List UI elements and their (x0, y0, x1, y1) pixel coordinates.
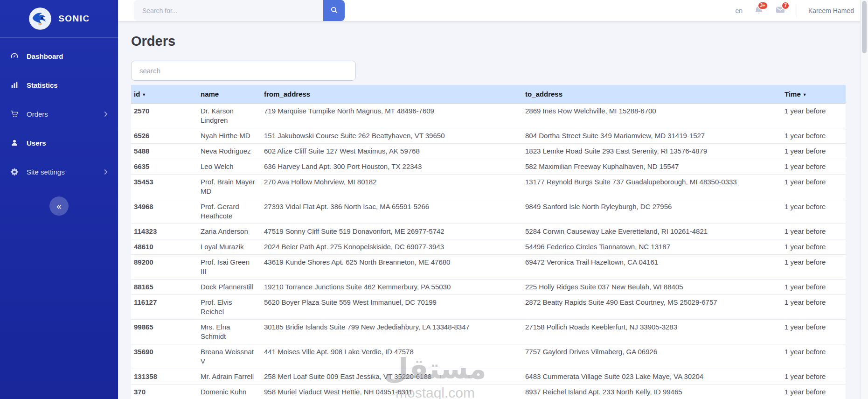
cell-time: 1 year before (782, 159, 846, 175)
cell-name: Zaria Anderson (198, 224, 261, 239)
cell-from_address: 27393 Vidal Flat Apt. 386 North Isac, MA… (261, 199, 522, 224)
table-row[interactable]: 2570Dr. Karson Lindgren719 Marquise Turn… (131, 104, 846, 128)
table-row[interactable]: 35453Prof. Brain Mayer MD270 Ava Hollow … (131, 175, 846, 199)
table-row[interactable]: 89200Prof. Isai Green III43619 Kunde Sho… (131, 255, 846, 280)
language-selector[interactable]: en (735, 7, 743, 14)
cell-to_address: 1823 Lemke Road Suite 293 East Serenity,… (522, 144, 782, 159)
cell-to_address: 7757 Gaylord Drives Vilmaberg, GA 06926 (522, 344, 782, 369)
column-header-name[interactable]: name (198, 85, 261, 104)
cell-id: 5488 (131, 144, 198, 159)
cell-time: 1 year before (782, 255, 846, 280)
cell-id: 114323 (131, 224, 198, 239)
sidebar-item-orders[interactable]: Orders (0, 99, 118, 128)
scrollbar-thumb[interactable] (862, 1, 867, 53)
table-row[interactable]: 34968Prof. Gerard Heathcote27393 Vidal F… (131, 199, 846, 224)
sidebar: SONIC Dashboard Statistics Orders (0, 0, 118, 399)
cell-to_address: 2872 Beatty Rapids Suite 490 East Courtn… (522, 295, 782, 320)
topbar-search-input[interactable] (134, 0, 323, 21)
sort-caret-icon: ▼ (142, 92, 146, 97)
cell-to_address: 6483 Cummerata Village Suite 023 Lake Ma… (522, 369, 782, 385)
sidebar-item-statistics[interactable]: Statistics (0, 70, 118, 99)
sidebar-collapse-button[interactable]: « (49, 196, 69, 216)
sort-caret-icon: ▼ (803, 92, 807, 97)
table-row[interactable]: 88165Dock Pfannerstill19210 Torrance Jun… (131, 280, 846, 295)
cell-from_address: 602 Alize Cliff Suite 127 West Maximus, … (261, 144, 522, 159)
cell-to_address: 225 Holly Ridges Suite 037 New Beulah, W… (522, 280, 782, 295)
table-row[interactable]: 5488Neva Rodriguez602 Alize Cliff Suite … (131, 144, 846, 159)
sidebar-item-dashboard[interactable]: Dashboard (0, 42, 118, 70)
sidebar-item-site-settings[interactable]: Site settings (0, 157, 118, 186)
cell-name: Nyah Hirthe MD (198, 128, 261, 144)
cell-name: Domenic Kuhn (198, 385, 261, 399)
cell-from_address: 47519 Sonny Cliff Suite 519 Donavonfort,… (261, 224, 522, 239)
cell-from_address: 441 Moises Ville Apt. 908 Lake Verdie, I… (261, 344, 522, 369)
cell-from_address: 30185 Bridie Islands Suite 799 New Jeded… (261, 320, 522, 344)
notifications-badge: 3+ (757, 1, 768, 10)
page-title: Orders (131, 34, 868, 49)
table-header-row: id▼ name from_address to_address Time▼ (131, 85, 846, 104)
brand[interactable]: SONIC (0, 0, 118, 37)
sidebar-item-label: Site settings (27, 168, 65, 176)
table-search-input[interactable] (131, 61, 356, 81)
cell-to_address: 8937 Reichel Island Apt. 233 North Kelly… (522, 385, 782, 399)
cell-time: 1 year before (782, 369, 846, 385)
table-row[interactable]: 114323Zaria Anderson47519 Sonny Cliff Su… (131, 224, 846, 239)
cell-id: 48610 (131, 239, 198, 255)
cell-id: 35453 (131, 175, 198, 199)
sidebar-divider (0, 37, 118, 38)
cell-name: Prof. Gerard Heathcote (198, 199, 261, 224)
sidebar-item-users[interactable]: Users (0, 128, 118, 157)
topbar-right: en 3+ 7 Kareem Hamed (735, 4, 854, 18)
table-row[interactable]: 99865Mrs. Elna Schmidt30185 Bridie Islan… (131, 320, 846, 344)
cell-name: Dock Pfannerstill (198, 280, 261, 295)
table-row[interactable]: 6635Leo Welch636 Harvey Land Apt. 300 Po… (131, 159, 846, 175)
search-icon (330, 6, 338, 15)
user-menu[interactable]: Kareem Hamed (808, 7, 854, 14)
column-header-to-address[interactable]: to_address (522, 85, 782, 104)
cell-name: Mr. Adrain Farrell (198, 369, 261, 385)
cell-name: Leo Welch (198, 159, 261, 175)
table-row[interactable]: 48610Loyal Murazik2024 Beier Path Apt. 2… (131, 239, 846, 255)
cell-id: 6526 (131, 128, 198, 144)
sidebar-item-label: Dashboard (27, 52, 63, 60)
settings-icon (10, 167, 21, 176)
cell-to_address: 54496 Federico Circles Tiannatown, NC 13… (522, 239, 782, 255)
cell-name: Dr. Karson Lindgren (198, 104, 261, 128)
cell-from_address: 958 Muriel Viaduct West Hettie, NH 04951… (261, 385, 522, 399)
topbar: en 3+ 7 Kareem Hamed (118, 0, 868, 21)
table-row[interactable]: 370Domenic Kuhn958 Muriel Viaduct West H… (131, 385, 846, 399)
notifications-button[interactable]: 3+ (754, 5, 764, 17)
table-row[interactable]: 116127Prof. Elvis Reichel5620 Boyer Plaz… (131, 295, 846, 320)
orders-table-head: id▼ name from_address to_address Time▼ (131, 85, 846, 104)
messages-button[interactable]: 7 (775, 5, 785, 17)
table-row[interactable]: 6526Nyah Hirthe MD151 Jakubowski Course … (131, 128, 846, 144)
cell-time: 1 year before (782, 144, 846, 159)
main: en 3+ 7 Kareem Hamed Orders (118, 0, 868, 399)
cell-to_address: 2869 Ines Row Welchville, MI 15288-6700 (522, 104, 782, 128)
cell-id: 116127 (131, 295, 198, 320)
cell-time: 1 year before (782, 175, 846, 199)
orders-icon (10, 109, 21, 119)
cell-from_address: 636 Harvey Land Apt. 300 Port Houston, T… (261, 159, 522, 175)
sidebar-item-label: Statistics (27, 81, 58, 89)
users-icon (10, 138, 21, 147)
app: SONIC Dashboard Statistics Orders (0, 0, 868, 399)
column-header-time[interactable]: Time▼ (782, 85, 846, 104)
topbar-search-button[interactable] (323, 0, 345, 21)
cell-from_address: 5620 Boyer Plaza Suite 559 West Immanuel… (261, 295, 522, 320)
cell-time: 1 year before (782, 280, 846, 295)
column-header-id[interactable]: id▼ (131, 85, 198, 104)
cell-time: 1 year before (782, 295, 846, 320)
scrollbar[interactable] (860, 0, 868, 399)
cell-name: Neva Rodriguez (198, 144, 261, 159)
orders-table: id▼ name from_address to_address Time▼ 2… (131, 85, 846, 399)
table-row[interactable]: 35690Breana Weissnat V441 Moises Ville A… (131, 344, 846, 369)
sonic-logo-icon (28, 7, 52, 31)
cell-from_address: 43619 Kunde Shores Apt. 625 North Breann… (261, 255, 522, 280)
cell-id: 6635 (131, 159, 198, 175)
table-row[interactable]: 131358Mr. Adrain Farrell258 Merl Loaf Su… (131, 369, 846, 385)
cell-to_address: 13177 Reynold Burgs Suite 737 Guadalupeb… (522, 175, 782, 199)
cell-id: 88165 (131, 280, 198, 295)
column-header-from-address[interactable]: from_address (261, 85, 522, 104)
cell-id: 35690 (131, 344, 198, 369)
